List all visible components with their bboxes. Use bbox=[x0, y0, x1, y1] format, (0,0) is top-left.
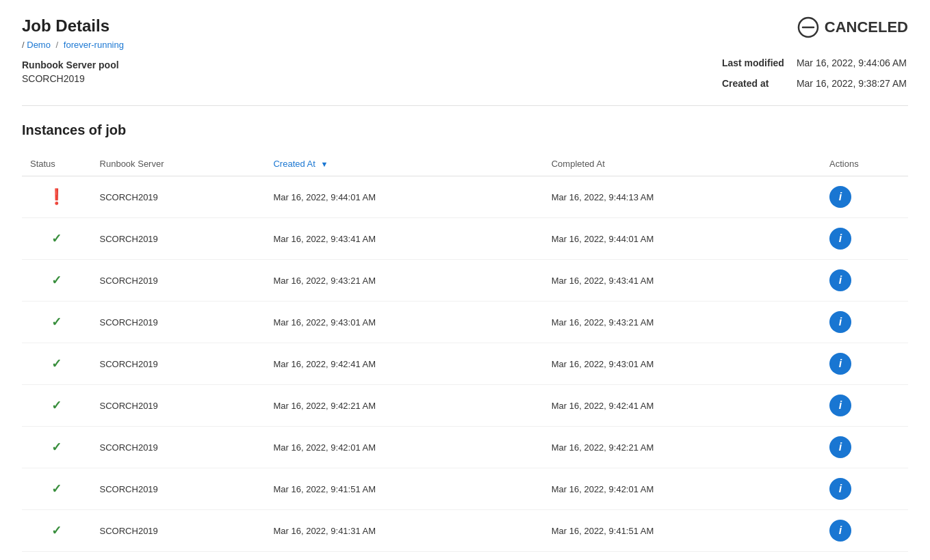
breadcrumb: / Demo / forever-running bbox=[22, 40, 124, 50]
created-at-cell: Mar 16, 2022, 9:44:01 AM bbox=[265, 176, 543, 218]
breadcrumb-separator: / bbox=[22, 40, 25, 50]
meta-table: Last modified Mar 16, 2022, 9:44:06 AM C… bbox=[721, 52, 908, 94]
info-icon: i bbox=[839, 483, 842, 495]
col-header-status: Status bbox=[22, 152, 92, 176]
completed-at-cell: Mar 16, 2022, 9:42:01 AM bbox=[543, 468, 821, 510]
info-button[interactable]: i bbox=[829, 228, 851, 250]
actions-cell: i bbox=[821, 427, 908, 468]
success-icon: ✓ bbox=[51, 524, 62, 537]
actions-cell: i bbox=[821, 552, 908, 561]
success-icon: ✓ bbox=[51, 274, 62, 287]
runbook-server-cell: SCORCH2019 bbox=[92, 218, 266, 260]
status-cell: ✓ bbox=[22, 385, 92, 427]
canceled-icon bbox=[797, 16, 819, 38]
table-row: ❗SCORCH2019Mar 16, 2022, 9:44:01 AMMar 1… bbox=[22, 176, 908, 218]
success-icon: ✓ bbox=[51, 357, 62, 371]
header-left: Job Details / Demo / forever-running Run… bbox=[22, 16, 124, 84]
info-button[interactable]: i bbox=[829, 353, 851, 375]
actions-cell: i bbox=[821, 510, 908, 552]
success-icon: ✓ bbox=[51, 232, 62, 245]
breadcrumb-demo-link[interactable]: Demo bbox=[27, 40, 51, 50]
runbook-server-pool-label: Runbook Server pool bbox=[22, 59, 124, 70]
runbook-server-pool-value: SCORCH2019 bbox=[22, 73, 124, 84]
status-cell: ✓ bbox=[22, 260, 92, 302]
info-icon: i bbox=[839, 191, 842, 203]
col-header-runbook: Runbook Server bbox=[92, 152, 266, 176]
col-header-created[interactable]: Created At ▼ bbox=[265, 152, 543, 176]
completed-at-cell: Mar 16, 2022, 9:43:21 AM bbox=[543, 302, 821, 343]
created-at-value: Mar 16, 2022, 9:38:27 AM bbox=[797, 74, 907, 93]
error-icon: ❗ bbox=[47, 188, 66, 205]
runbook-server-cell: SCORCH2019 bbox=[92, 302, 266, 343]
runbook-server-cell: SCORCH2019 bbox=[92, 468, 266, 510]
status-cell: ✓ bbox=[22, 427, 92, 468]
table-row: ✓SCORCH2019Mar 16, 2022, 9:41:11 AMMar 1… bbox=[22, 552, 908, 561]
info-button[interactable]: i bbox=[829, 478, 851, 500]
header-right: CANCELED Last modified Mar 16, 2022, 9:4… bbox=[721, 16, 908, 94]
info-button[interactable]: i bbox=[829, 186, 851, 208]
info-icon: i bbox=[839, 232, 842, 245]
instances-section: Instances of job Status Runbook Server C… bbox=[22, 122, 908, 560]
info-button[interactable]: i bbox=[829, 311, 851, 333]
status-cell: ✓ bbox=[22, 343, 92, 385]
actions-cell: i bbox=[821, 260, 908, 302]
completed-at-cell: Mar 16, 2022, 9:43:41 AM bbox=[543, 260, 821, 302]
col-header-actions: Actions bbox=[821, 152, 908, 176]
status-cell: ❗ bbox=[22, 176, 92, 218]
completed-at-cell: Mar 16, 2022, 9:41:31 AM bbox=[543, 552, 821, 561]
created-at-cell: Mar 16, 2022, 9:43:41 AM bbox=[265, 218, 543, 260]
table-row: ✓SCORCH2019Mar 16, 2022, 9:43:21 AMMar 1… bbox=[22, 260, 908, 302]
success-icon: ✓ bbox=[51, 482, 62, 496]
info-icon: i bbox=[839, 524, 842, 537]
completed-at-cell: Mar 16, 2022, 9:44:13 AM bbox=[543, 176, 821, 218]
success-icon: ✓ bbox=[51, 399, 62, 412]
breadcrumb-separator: / bbox=[56, 40, 61, 50]
breadcrumb-job-link[interactable]: forever-running bbox=[64, 40, 124, 50]
status-cell: ✓ bbox=[22, 468, 92, 510]
created-at-cell: Mar 16, 2022, 9:42:41 AM bbox=[265, 343, 543, 385]
info-button[interactable]: i bbox=[829, 395, 851, 416]
status-badge: CANCELED bbox=[721, 16, 908, 38]
info-icon: i bbox=[839, 358, 842, 370]
last-modified-value: Mar 16, 2022, 9:44:06 AM bbox=[797, 53, 907, 72]
created-at-cell: Mar 16, 2022, 9:43:21 AM bbox=[265, 260, 543, 302]
created-at-label: Created at bbox=[722, 74, 795, 93]
completed-at-cell: Mar 16, 2022, 9:42:41 AM bbox=[543, 385, 821, 427]
actions-cell: i bbox=[821, 176, 908, 218]
table-row: ✓SCORCH2019Mar 16, 2022, 9:42:01 AMMar 1… bbox=[22, 427, 908, 468]
success-icon: ✓ bbox=[51, 440, 62, 454]
info-icon: i bbox=[839, 274, 842, 286]
info-button[interactable]: i bbox=[829, 436, 851, 458]
completed-at-cell: Mar 16, 2022, 9:43:01 AM bbox=[543, 343, 821, 385]
last-modified-label: Last modified bbox=[722, 53, 795, 72]
col-header-completed: Completed At bbox=[543, 152, 821, 176]
info-icon: i bbox=[839, 399, 842, 412]
actions-cell: i bbox=[821, 468, 908, 510]
instances-table: Status Runbook Server Created At ▼ Compl… bbox=[22, 152, 908, 560]
actions-cell: i bbox=[821, 218, 908, 260]
actions-cell: i bbox=[821, 385, 908, 427]
table-header: Status Runbook Server Created At ▼ Compl… bbox=[22, 152, 908, 176]
status-cell: ✓ bbox=[22, 302, 92, 343]
instances-title: Instances of job bbox=[22, 122, 908, 138]
status-label: CANCELED bbox=[825, 18, 908, 36]
created-at-cell: Mar 16, 2022, 9:41:11 AM bbox=[265, 552, 543, 561]
actions-cell: i bbox=[821, 302, 908, 343]
status-cell: ✓ bbox=[22, 552, 92, 561]
status-cell: ✓ bbox=[22, 510, 92, 552]
info-button[interactable]: i bbox=[829, 269, 851, 291]
completed-at-cell: Mar 16, 2022, 9:42:21 AM bbox=[543, 427, 821, 468]
created-at-cell: Mar 16, 2022, 9:41:31 AM bbox=[265, 510, 543, 552]
runbook-server-cell: SCORCH2019 bbox=[92, 427, 266, 468]
table-row: ✓SCORCH2019Mar 16, 2022, 9:41:31 AMMar 1… bbox=[22, 510, 908, 552]
table-row: ✓SCORCH2019Mar 16, 2022, 9:42:21 AMMar 1… bbox=[22, 385, 908, 427]
info-button[interactable]: i bbox=[829, 520, 851, 542]
table-row: ✓SCORCH2019Mar 16, 2022, 9:43:01 AMMar 1… bbox=[22, 302, 908, 343]
status-cell: ✓ bbox=[22, 218, 92, 260]
created-at-cell: Mar 16, 2022, 9:42:01 AM bbox=[265, 427, 543, 468]
table-body: ❗SCORCH2019Mar 16, 2022, 9:44:01 AMMar 1… bbox=[22, 176, 908, 561]
actions-cell: i bbox=[821, 343, 908, 385]
page-title: Job Details bbox=[22, 16, 124, 36]
table-row: ✓SCORCH2019Mar 16, 2022, 9:41:51 AMMar 1… bbox=[22, 468, 908, 510]
info-icon: i bbox=[839, 316, 842, 328]
